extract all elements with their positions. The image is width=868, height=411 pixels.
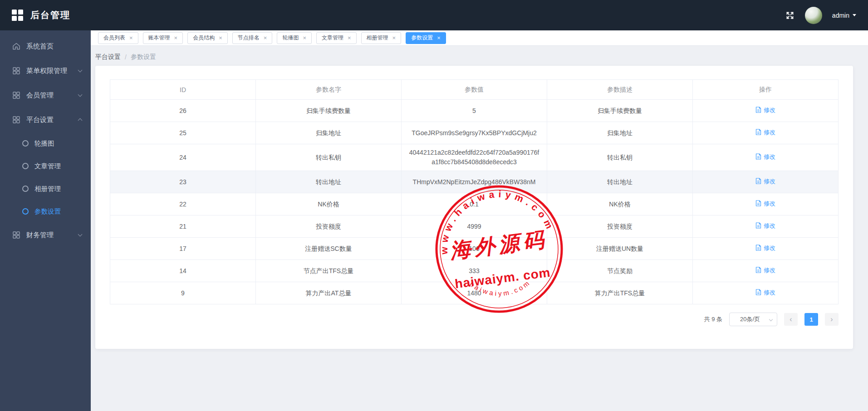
app-logo-icon[interactable]: [12, 10, 23, 21]
cell-id: 22: [110, 193, 256, 215]
chevron-up-icon: [78, 118, 83, 123]
sidebar-item-members[interactable]: 会员管理: [0, 83, 91, 108]
column-value: 参数值: [402, 80, 547, 100]
cell-name: 算力产出AT总量: [256, 282, 402, 304]
cell-actions: 修改: [693, 122, 839, 144]
sidebar-item-carousel[interactable]: 轮播图: [0, 132, 91, 155]
document-icon: [755, 245, 761, 251]
tab[interactable]: 文章管理 ×: [316, 32, 357, 44]
close-icon[interactable]: ×: [437, 35, 441, 41]
tab[interactable]: 参数设置 ×: [406, 32, 446, 44]
document-icon: [755, 267, 761, 273]
tab[interactable]: 轮播图 ×: [277, 32, 312, 44]
fullscreen-icon[interactable]: [785, 10, 795, 20]
sidebar-item-platform-settings[interactable]: 平台设置: [0, 108, 91, 132]
tab-label: 轮播图: [282, 34, 299, 42]
cell-desc: 归集地址: [547, 122, 693, 144]
tab[interactable]: 会员结构 ×: [187, 32, 228, 44]
edit-button[interactable]: 修改: [755, 177, 775, 186]
tab-label: 节点排名: [238, 34, 260, 42]
prev-page-button[interactable]: ‹: [784, 313, 798, 326]
parameters-card: ID 参数名字 参数值 参数描述 操作 26 归集手续费数量 5 归: [95, 66, 853, 349]
sidebar-item-home[interactable]: 系统首页: [0, 34, 91, 59]
circle-icon: [22, 140, 29, 147]
pagination-total: 共 9 条: [704, 315, 722, 323]
close-icon[interactable]: ×: [392, 35, 396, 41]
edit-button[interactable]: 修改: [755, 221, 775, 230]
grid-icon: [12, 67, 20, 75]
topbar-right: admin: [785, 7, 856, 24]
edit-label: 修改: [764, 177, 775, 186]
close-icon[interactable]: ×: [264, 35, 267, 41]
circle-icon: [22, 186, 29, 192]
sidebar-item-albums[interactable]: 相册管理: [0, 177, 91, 200]
cell-desc: 归集手续费数量: [547, 100, 693, 122]
cell-id: 25: [110, 122, 256, 144]
breadcrumb-section[interactable]: 平台设置: [95, 53, 121, 61]
tab-label: 会员结构: [193, 34, 215, 42]
table-row: 14 节点产出TFS总量 333 节点奖励: [110, 260, 839, 282]
edit-button[interactable]: 修改: [755, 152, 775, 161]
edit-label: 修改: [764, 152, 775, 161]
cell-desc: 转出私钥: [547, 144, 693, 171]
edit-button[interactable]: 修改: [755, 266, 775, 275]
tab[interactable]: 相册管理 ×: [361, 32, 402, 44]
document-icon: [755, 107, 761, 113]
next-page-button[interactable]: ›: [825, 313, 839, 326]
chevron-down-icon: [78, 232, 83, 237]
cell-value: 1480: [402, 282, 547, 304]
edit-button[interactable]: 修改: [755, 288, 775, 297]
close-icon[interactable]: ×: [303, 35, 306, 41]
edit-button[interactable]: 修改: [755, 128, 775, 137]
document-icon: [755, 178, 761, 184]
page-size-select[interactable]: 20条/页: [729, 313, 777, 326]
edit-button[interactable]: 修改: [755, 199, 775, 208]
user-menu[interactable]: admin: [832, 12, 856, 19]
cell-value: 0.1: [402, 193, 547, 215]
edit-label: 修改: [764, 266, 775, 275]
table-row: 21 投资额度 4999 投资额度: [110, 215, 839, 238]
cell-value: THmpVxM2NpEitzmJeZdpg486VkBW38nM: [402, 171, 547, 193]
cell-value: 100: [402, 238, 547, 260]
cell-name: 归集手续费数量: [256, 100, 402, 122]
edit-label: 修改: [764, 221, 775, 230]
edit-label: 修改: [764, 199, 775, 208]
tab-label: 参数设置: [411, 34, 433, 42]
breadcrumb-page: 参数设置: [131, 53, 156, 61]
edit-label: 修改: [764, 244, 775, 253]
topbar: 后台管理 admin: [0, 0, 868, 30]
close-icon[interactable]: ×: [348, 35, 351, 41]
cell-name: 转出私钥: [256, 144, 402, 171]
user-avatar[interactable]: [805, 7, 822, 24]
tab[interactable]: 节点排名 ×: [232, 32, 273, 44]
cell-desc: NK价格: [547, 193, 693, 215]
username: admin: [832, 12, 849, 19]
close-icon[interactable]: ×: [174, 35, 178, 41]
tab[interactable]: 会员列表 ×: [98, 32, 138, 44]
sidebar-item-parameters[interactable]: 参数设置: [0, 200, 91, 223]
cell-name: 注册赠送SC数量: [256, 238, 402, 260]
cell-desc: 注册赠送UN数量: [547, 238, 693, 260]
cell-actions: 修改: [693, 100, 839, 122]
close-icon[interactable]: ×: [129, 35, 133, 41]
cell-actions: 修改: [693, 171, 839, 193]
close-icon[interactable]: ×: [219, 35, 222, 41]
sidebar-item-finance[interactable]: 财务管理: [0, 223, 91, 247]
parameters-table: ID 参数名字 参数值 参数描述 操作 26 归集手续费数量 5 归: [110, 79, 839, 304]
current-page-button[interactable]: 1: [804, 313, 818, 326]
table-body: 26 归集手续费数量 5 归集手续费数量: [110, 100, 839, 304]
cell-id: 14: [110, 260, 256, 282]
sidebar-item-menu-permissions[interactable]: 菜单权限管理: [0, 59, 91, 83]
edit-label: 修改: [764, 288, 775, 297]
sidebar-item-articles[interactable]: 文章管理: [0, 155, 91, 177]
edit-button[interactable]: 修改: [755, 106, 775, 115]
document-icon: [755, 289, 761, 295]
pagination: 共 9 条 20条/页 ‹ 1 ›: [110, 313, 839, 326]
cell-actions: 修改: [693, 260, 839, 282]
tab[interactable]: 账本管理 ×: [143, 32, 183, 44]
cell-actions: 修改: [693, 144, 839, 171]
sidebar-item-label: 菜单权限管理: [26, 67, 67, 75]
cell-value: 333: [402, 260, 547, 282]
cell-actions: 修改: [693, 238, 839, 260]
edit-button[interactable]: 修改: [755, 244, 775, 253]
